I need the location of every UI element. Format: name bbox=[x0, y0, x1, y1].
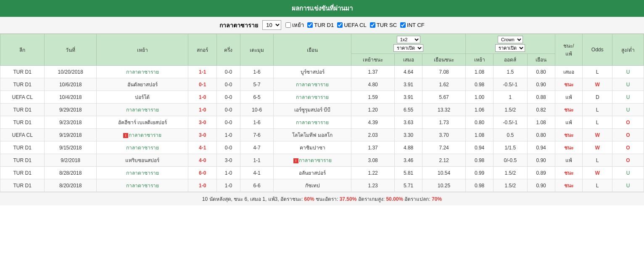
table-wrapper: ลีก วันที่ เหย้า สกอร์ ครึ่ง เตะมุม เยือ… bbox=[0, 34, 644, 192]
table-cell: 0.89 bbox=[527, 167, 555, 179]
table-cell: 1-6 bbox=[240, 116, 273, 129]
table-cell: 3.08 bbox=[351, 154, 395, 167]
checkbox-turd1-label: TUR D1 bbox=[314, 22, 334, 28]
table-cell: ชนะ bbox=[555, 179, 583, 192]
team-filter-label: กาลาตาซาราย bbox=[219, 21, 258, 30]
flag-icon: ! bbox=[123, 133, 128, 138]
table-cell: 8/20/2018 bbox=[45, 179, 96, 192]
th-score: สกอร์ bbox=[188, 34, 217, 66]
checkbox-intcf-label: INT CF bbox=[407, 22, 425, 28]
table-cell: 1 bbox=[494, 91, 528, 104]
table-cell: L bbox=[583, 179, 612, 192]
footer-win-rate2: 37.50% bbox=[340, 196, 357, 202]
table-cell: ชนะ bbox=[555, 104, 583, 116]
flag-icon: ! bbox=[293, 158, 298, 163]
table-row: TUR D19/15/2018กาลาตาซาราย4-10-04-7คาซิม… bbox=[0, 141, 644, 154]
table-cell: 0.98 bbox=[466, 78, 494, 91]
table-cell: TUR D1 bbox=[0, 141, 45, 154]
odds-price-select[interactable]: ราคาเปิด ราคาปิด bbox=[393, 44, 423, 52]
th-awaywin: เยือนชนะ bbox=[422, 54, 466, 66]
table-cell: W bbox=[583, 167, 612, 179]
table-cell: 2.12 bbox=[422, 154, 466, 167]
th-league: ลีก bbox=[0, 34, 45, 66]
table-cell: 1.08 bbox=[527, 116, 555, 129]
table-cell: อันดัลยาสปอร์ bbox=[96, 78, 188, 91]
th-odds-group: 1x2 Asian ราคาเปิด ราคาปิด bbox=[351, 34, 466, 54]
table-cell: 0.90 bbox=[527, 154, 555, 167]
checkbox-home: เหย้า bbox=[285, 21, 304, 29]
table-cell: 3.70 bbox=[422, 129, 466, 141]
table-cell: 1-0 bbox=[217, 179, 240, 192]
results-table: ลีก วันที่ เหย้า สกอร์ ครึ่ง เตะมุม เยือ… bbox=[0, 34, 644, 192]
table-cell: 1-1 bbox=[240, 154, 273, 167]
table-cell: TUR D1 bbox=[0, 66, 45, 78]
table-cell: 6.55 bbox=[395, 104, 422, 116]
checkbox-intcf-input[interactable] bbox=[400, 22, 406, 28]
table-cell: แพ้ bbox=[555, 116, 583, 129]
checkbox-tursc-input[interactable] bbox=[370, 22, 375, 28]
checkbox-tursc: TUR SC bbox=[370, 22, 397, 28]
table-cell: 0.80 bbox=[466, 116, 494, 129]
table-row: TUR D110/20/2018กาลาตาซาราย1-10-01-6บูร์… bbox=[0, 66, 644, 78]
checkbox-home-input[interactable] bbox=[285, 22, 291, 28]
table-cell: 1.5 bbox=[494, 66, 528, 78]
table-cell: TUR D1 bbox=[0, 167, 45, 179]
footer-high-rate: 50.00% bbox=[386, 196, 403, 202]
table-cell: 10-6 bbox=[240, 104, 273, 116]
title-bar: ผลการแข่งขันที่ผ่านมา bbox=[0, 0, 644, 17]
th-corner: เตะมุม bbox=[240, 34, 273, 66]
table-row: UEFA CL9/19/2018!กาลาตาซาราย3-01-07-6โลโ… bbox=[0, 129, 644, 141]
checkbox-turd1-input[interactable] bbox=[307, 22, 313, 28]
table-cell: U bbox=[612, 179, 644, 192]
table-cell: 5.81 bbox=[395, 167, 422, 179]
table-cell: 10/6/2018 bbox=[45, 78, 96, 91]
checkbox-uefacl-input[interactable] bbox=[337, 22, 343, 28]
checkbox-intcf: INT CF bbox=[400, 22, 425, 28]
table-cell: 4.64 bbox=[395, 66, 422, 78]
table-cell: กาลาตาซาราย bbox=[96, 104, 188, 116]
table-cell: 1.5/2 bbox=[494, 179, 528, 192]
table-cell: 1-1 bbox=[188, 66, 217, 78]
table-cell: TUR D1 bbox=[0, 104, 45, 116]
table-cell: 6-5 bbox=[240, 91, 273, 104]
table-cell: 1.00 bbox=[466, 91, 494, 104]
table-cell: 1.08 bbox=[466, 129, 494, 141]
table-cell: กาลาตาซาราย bbox=[274, 91, 351, 104]
table-cell: 4.39 bbox=[351, 116, 395, 129]
footer-odd-rate: 70% bbox=[432, 196, 442, 202]
table-cell: !กาลาตาซาราย bbox=[96, 129, 188, 141]
table-cell: 1.59 bbox=[351, 91, 395, 104]
table-cell: 4-1 bbox=[188, 141, 217, 154]
footer-text3: อัตราเกมสูง: bbox=[358, 196, 385, 202]
th-cr-away: เยือน bbox=[527, 54, 555, 66]
odds-type-select[interactable]: 1x2 Asian bbox=[397, 36, 420, 43]
table-cell: L bbox=[583, 154, 612, 167]
th-half: ครึ่ง bbox=[217, 34, 240, 66]
table-cell: 9/2/2018 bbox=[45, 154, 96, 167]
table-cell: UEFA CL bbox=[0, 91, 45, 104]
table-cell: อัคฮีซาร์ เบเลดิเยสปอร์ bbox=[96, 116, 188, 129]
table-cell: 5-7 bbox=[240, 78, 273, 91]
table-cell: 5.71 bbox=[395, 179, 422, 192]
table-cell: 10/20/2018 bbox=[45, 66, 96, 78]
table-cell: !กาลาตาซาราย bbox=[274, 154, 351, 167]
checkbox-uefacl: UEFA CL bbox=[337, 22, 366, 28]
th-crown-group: Crown Other ราคาเปิด ราคาปิด bbox=[466, 34, 555, 54]
table-cell: 3.46 bbox=[395, 154, 422, 167]
table-cell: 10.54 bbox=[422, 167, 466, 179]
table-cell: 3-0 bbox=[188, 129, 217, 141]
table-cell: 1-0 bbox=[217, 129, 240, 141]
count-select[interactable]: 10 5 15 20 bbox=[262, 20, 281, 30]
table-cell: O bbox=[612, 154, 644, 167]
table-cell: 2.03 bbox=[351, 129, 395, 141]
table-cell: 1-0 bbox=[188, 104, 217, 116]
crown-price-select[interactable]: ราคาเปิด ราคาปิด bbox=[495, 44, 525, 52]
th-homewin: เหย้าชนะ bbox=[351, 54, 395, 66]
table-cell: คาซิมปาซา bbox=[274, 141, 351, 154]
table-cell: 0.90 bbox=[527, 179, 555, 192]
table-cell: -0.5/-1 bbox=[494, 116, 528, 129]
table-cell: U bbox=[612, 104, 644, 116]
table-cell: 3.91 bbox=[395, 78, 422, 91]
table-cell: ชนะ bbox=[555, 78, 583, 91]
crown-type-select[interactable]: Crown Other bbox=[498, 36, 523, 43]
